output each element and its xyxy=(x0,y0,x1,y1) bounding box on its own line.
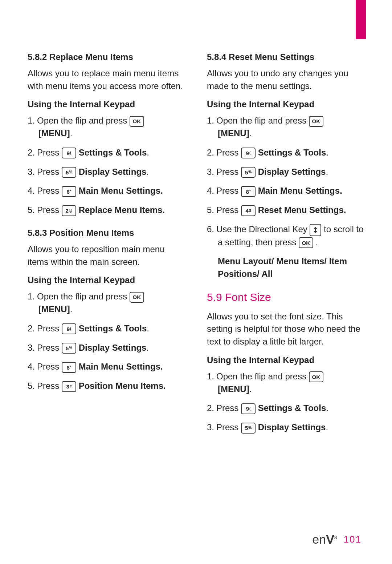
step: 4.Press 8* Main Menu Settings. xyxy=(207,185,366,197)
subhead-583: Using the Internal Keypad xyxy=(28,274,187,287)
step: 4.Press 8* Main Menu Settings. xyxy=(28,360,187,373)
directional-key-icon xyxy=(310,224,321,236)
steps-583: 1.Open the flip and press OK[MENU]. 2.Pr… xyxy=(28,290,187,392)
step: 6.Use the Directional Key to scroll to a… xyxy=(207,223,366,249)
key-9-icon: 9( xyxy=(62,323,76,334)
key-9-icon: 9( xyxy=(62,148,76,158)
key-4-icon: 4$ xyxy=(241,205,256,216)
ok-key-icon: OK xyxy=(130,292,144,303)
step-options: Menu Layout/ Menu Items/ Item Positions/… xyxy=(207,255,366,281)
ok-key-icon: OK xyxy=(309,116,323,127)
heading-583: 5.8.3 Position Menu Items xyxy=(28,227,187,239)
brand-logo: enV3 xyxy=(312,532,337,547)
page-edge-tab xyxy=(356,0,366,39)
steps-59: 1.Open the flip and press OK[MENU]. 2.Pr… xyxy=(207,370,366,434)
subhead-582: Using the Internal Keypad xyxy=(28,98,187,111)
key-3-icon: 3# xyxy=(62,381,76,392)
key-5-icon: 5% xyxy=(241,167,256,178)
step: 3.Press 5% Display Settings. xyxy=(207,166,366,178)
step: 5.Press 2@ Replace Menu Items. xyxy=(28,204,187,217)
ok-key-icon: OK xyxy=(309,371,323,382)
subhead-584: Using the Internal Keypad xyxy=(207,98,366,111)
page-footer: enV3 101 xyxy=(312,532,362,547)
step: 2.Press 9( Settings & Tools. xyxy=(207,146,366,159)
key-8-icon: 8* xyxy=(241,186,256,197)
desc-582: Allows you to replace main menu items wi… xyxy=(28,67,187,93)
steps-584: 1.Open the flip and press OK[MENU]. 2.Pr… xyxy=(207,114,366,281)
key-2-icon: 2@ xyxy=(62,205,76,216)
left-column: 5.8.2 Replace Menu Items Allows you to r… xyxy=(28,51,187,440)
key-5-icon: 5% xyxy=(241,423,256,434)
step: 2.Press 9( Settings & Tools. xyxy=(28,322,187,335)
right-column: 5.8.4 Reset Menu Settings Allows you to … xyxy=(207,51,366,440)
desc-584: Allows you to undo any changes you made … xyxy=(207,67,366,93)
key-5-icon: 5% xyxy=(62,343,76,354)
ok-key-icon: OK xyxy=(299,237,313,248)
page-number: 101 xyxy=(344,534,362,545)
step: 1.Open the flip and press OK[MENU]. xyxy=(28,290,187,316)
step: 3.Press 5% Display Settings. xyxy=(207,421,366,434)
step: 4.Press 8* Main Menu Settings. xyxy=(28,185,187,197)
step: 3.Press 5% Display Settings. xyxy=(28,342,187,354)
heading-59: 5.9 Font Size xyxy=(207,289,366,305)
step: 2.Press 9( Settings & Tools. xyxy=(28,146,187,159)
key-9-icon: 9( xyxy=(241,148,256,158)
heading-584: 5.8.4 Reset Menu Settings xyxy=(207,51,366,64)
subhead-59: Using the Internal Keypad xyxy=(207,354,366,367)
key-8-icon: 8* xyxy=(62,362,76,373)
step: 2.Press 9( Settings & Tools. xyxy=(207,402,366,415)
key-8-icon: 8* xyxy=(62,186,76,197)
step: 1.Open the flip and press OK[MENU]. xyxy=(207,370,366,396)
page-body: 5.8.2 Replace Menu Items Allows you to r… xyxy=(28,51,366,440)
key-9-icon: 9( xyxy=(241,403,256,414)
steps-582: 1.Open the flip and press OK[MENU]. 2.Pr… xyxy=(28,114,187,217)
step: 3.Press 5% Display Settings. xyxy=(28,166,187,178)
step: 5.Press 3# Position Menu Items. xyxy=(28,380,187,392)
step: 5.Press 4$ Reset Menu Settings. xyxy=(207,204,366,217)
key-5-icon: 5% xyxy=(62,167,76,178)
heading-582: 5.8.2 Replace Menu Items xyxy=(28,51,187,64)
step: 1.Open the flip and press OK[MENU]. xyxy=(207,114,366,140)
step: 1.Open the flip and press OK[MENU]. xyxy=(28,114,187,140)
ok-key-icon: OK xyxy=(130,116,144,127)
desc-59: Allows you to set the font size. This se… xyxy=(207,310,366,348)
desc-583: Allows you to reposition main menu items… xyxy=(28,243,187,269)
